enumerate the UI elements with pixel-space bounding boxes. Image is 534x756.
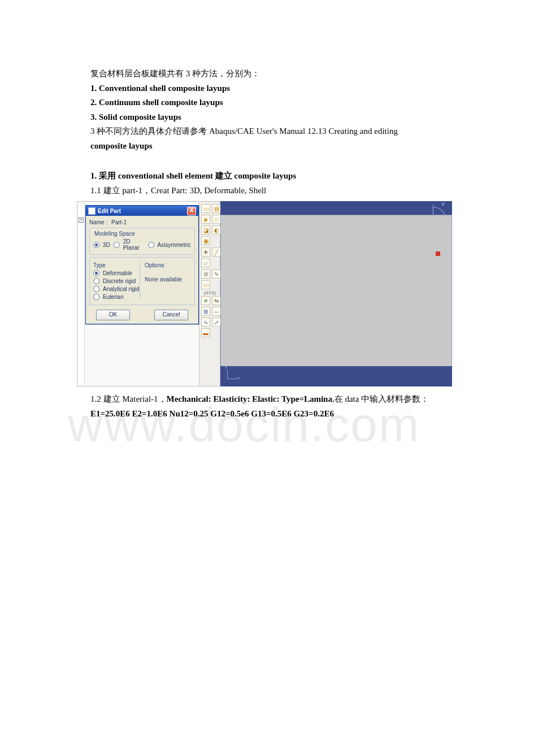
radio-analytical[interactable] bbox=[93, 286, 99, 292]
dialog-title-text: Edit Part bbox=[98, 208, 121, 214]
radio-eulerian-label: Eulerian bbox=[103, 294, 124, 300]
section-1-1: 1.1 建立 part-1，Creat Part: 3D, Deformable… bbox=[90, 184, 458, 198]
edit-part-dialog: Edit Part X Name : Part-1 Modeling Space… bbox=[85, 205, 199, 324]
options-legend: Options bbox=[145, 262, 191, 268]
material-params: E1=25.0E6 E2=1.0E6 Nu12=0.25 G12=0.5e6 G… bbox=[90, 407, 458, 422]
section-1-heading: 1. 采用 conventional shell element 建立 comp… bbox=[90, 169, 458, 184]
viewport[interactable]: Y X y x bbox=[220, 201, 452, 386]
cancel-button[interactable]: Cancel bbox=[154, 310, 188, 320]
method-3: 3. Solid composite layups bbox=[90, 110, 458, 125]
method-2: 2. Continuum shell composite layups bbox=[90, 95, 458, 110]
section-1-2-suffix: ,在 data 中输入材料参数： bbox=[332, 394, 429, 403]
tool-cut-icon[interactable]: ◪ bbox=[201, 225, 210, 234]
radio-deformable-label: Deformable bbox=[103, 270, 132, 276]
tool-attachment-icon[interactable]: ▬ bbox=[201, 328, 210, 337]
type-column: Type Deformable Discrete rigid Analytica… bbox=[93, 262, 140, 300]
radio-3d[interactable] bbox=[93, 242, 99, 248]
tool-pattern-icon[interactable]: ⊞ bbox=[201, 307, 210, 316]
modeling-space-fieldset: Modeling Space 3D 2D Planar Axisymmetric bbox=[89, 228, 195, 255]
reference-line-b: composite layups bbox=[90, 139, 458, 154]
reference-prefix: 3 种不同方法的具体介绍请参考 Abaqus/CAE User's Manual… bbox=[90, 127, 398, 136]
left-panel: + Edit Part X Name : Part-1 Modeling Sp bbox=[77, 201, 199, 386]
radio-2d-label: 2D Planar bbox=[123, 238, 145, 251]
tool-reference-icon[interactable]: ▭ bbox=[201, 280, 210, 289]
tool-shape-solid-icon[interactable]: ◆ bbox=[201, 215, 210, 224]
model-tree-stub: + bbox=[79, 203, 85, 384]
name-row: Name : Part-1 bbox=[89, 219, 195, 225]
tool-shape-shell-icon[interactable]: ◇ bbox=[212, 215, 221, 224]
tool-translate-icon[interactable]: ↔ bbox=[212, 307, 221, 316]
radio-2d[interactable] bbox=[114, 242, 120, 248]
tool-csys-icon[interactable]: ✳ bbox=[201, 296, 210, 305]
tool-part-manager-icon[interactable]: ▤ bbox=[212, 204, 221, 213]
section-1-2-bold: Mechanical: Elasticity: Elastic: Type=La… bbox=[167, 394, 332, 403]
radio-3d-label: 3D bbox=[103, 242, 110, 248]
dialog-titlebar[interactable]: Edit Part X bbox=[86, 206, 198, 216]
radio-eulerian[interactable] bbox=[93, 294, 99, 300]
reference-line: 3 种不同方法的具体介绍请参考 Abaqus/CAE User's Manual… bbox=[90, 124, 458, 139]
method-1: 1. Conventional shell composite layups bbox=[90, 81, 458, 96]
ok-button[interactable]: OK bbox=[96, 310, 130, 320]
name-label: Name : bbox=[89, 219, 107, 225]
tool-datum-point-icon[interactable]: ✚ bbox=[201, 247, 210, 257]
modeling-space-legend: Modeling Space bbox=[93, 231, 136, 237]
section-1-2: 1.2 建立 Material-1，Mechanical: Elasticity… bbox=[90, 392, 458, 407]
toolbox-xyz-label: (XYZ) bbox=[200, 290, 220, 296]
close-icon[interactable]: X bbox=[187, 207, 196, 215]
intro-text: 复合材料层合板建模共有 3 种方法，分别为： bbox=[90, 67, 458, 81]
options-column: Options None available bbox=[140, 262, 191, 300]
tool-mirror-icon[interactable]: ⇋ bbox=[212, 296, 221, 305]
none-available-text: None available bbox=[145, 276, 191, 283]
tool-geometry-repair-icon[interactable]: ⚙ bbox=[201, 270, 210, 279]
name-value: Part-1 bbox=[111, 219, 127, 225]
section-1-1-text: 1.1 建立 part-1，Creat Part: 3D, Deformable… bbox=[90, 186, 266, 195]
axis-y-label: Y bbox=[441, 202, 445, 207]
sketch-canvas[interactable] bbox=[220, 215, 452, 386]
origin-marker-icon bbox=[436, 251, 440, 256]
tool-create-part-icon[interactable]: ▭ bbox=[201, 204, 210, 213]
dialog-title-icon bbox=[88, 207, 95, 215]
type-legend: Type bbox=[93, 262, 140, 268]
radio-axi[interactable] bbox=[148, 242, 154, 248]
radio-analytical-label: Analytical rigid bbox=[103, 286, 139, 292]
mini-axis-x-label: x bbox=[237, 375, 240, 380]
abaqus-screenshot: + Edit Part X Name : Part-1 Modeling Sp bbox=[77, 201, 453, 386]
radio-discrete[interactable] bbox=[93, 278, 99, 284]
mini-axis-y-label: y bbox=[225, 364, 227, 369]
tool-expand-icon[interactable]: ⤢ bbox=[212, 318, 221, 327]
mini-triad: y x bbox=[226, 370, 238, 382]
tool-round-icon[interactable]: ◐ bbox=[212, 225, 221, 234]
tool-datum-plane-icon[interactable]: ▱ bbox=[201, 258, 210, 267]
radio-discrete-label: Discrete rigid bbox=[103, 278, 136, 284]
tool-partition-icon[interactable]: ▣ bbox=[201, 236, 210, 245]
tool-datum-axis-icon[interactable]: ╱ bbox=[212, 247, 221, 257]
toolbox: ▭ ▤ ◆ ◇ ◪ ◐ ▣ ✚ ╱ ▱ ⚙ ✎ ▭ bbox=[200, 201, 220, 386]
tree-expand-icon[interactable]: + bbox=[79, 218, 84, 223]
radio-axi-label: Axisymmetric bbox=[158, 242, 191, 248]
section-1-2-prefix: 1.2 建立 Material-1， bbox=[90, 394, 167, 403]
tool-wave-icon[interactable]: ∿ bbox=[201, 318, 210, 327]
radio-deformable[interactable] bbox=[93, 270, 99, 276]
tool-geometry-edit-icon[interactable]: ✎ bbox=[212, 270, 221, 279]
viewport-bottom-border: y x bbox=[220, 366, 452, 386]
